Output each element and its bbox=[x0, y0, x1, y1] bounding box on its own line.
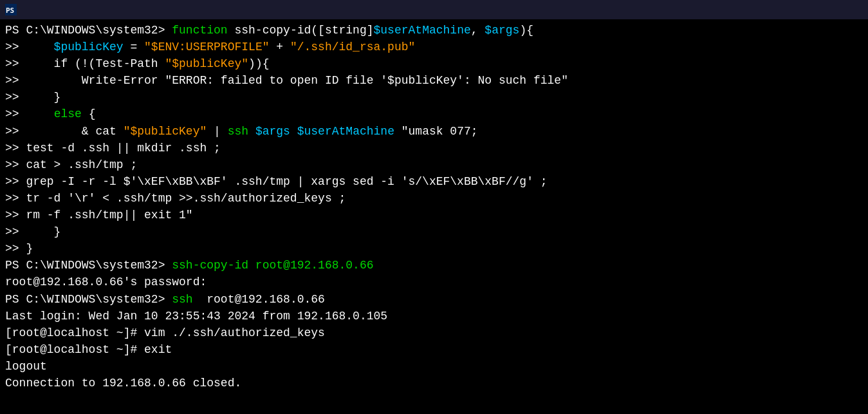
terminal-line-7: >> & cat "$publicKey" | ssh $args $userA… bbox=[5, 123, 863, 140]
svg-text:PS: PS bbox=[6, 6, 14, 15]
terminal[interactable]: PS C:\WINDOWS\system32> function ssh-cop… bbox=[0, 19, 868, 414]
terminal-line-20: [root@localhost ~]# exit bbox=[5, 341, 863, 358]
terminal-line-3: >> if (!(Test-Path "$publicKey")){ bbox=[5, 55, 863, 72]
terminal-line-21: logout bbox=[5, 358, 863, 375]
powershell-icon: PS bbox=[5, 4, 17, 15]
terminal-line-8: >> test -d .ssh || mkdir .ssh ; bbox=[5, 140, 863, 156]
titlebar: PS bbox=[0, 0, 868, 19]
terminal-line-15: PS C:\WINDOWS\system32> ssh-copy-id root… bbox=[5, 257, 863, 274]
terminal-line-5: >> } bbox=[5, 89, 863, 106]
terminal-line-6: >> else { bbox=[5, 106, 863, 122]
terminal-line-18: Last login: Wed Jan 10 23:55:43 2024 fro… bbox=[5, 308, 863, 325]
terminal-line-14: >> } bbox=[5, 240, 863, 257]
terminal-line-2: >> $publicKey = "$ENV:USERPROFILE" + "/.… bbox=[5, 39, 863, 55]
terminal-line-19: [root@localhost ~]# vim ./.ssh/authorize… bbox=[5, 325, 863, 341]
terminal-line-22: Connection to 192.168.0.66 closed. bbox=[5, 375, 863, 391]
terminal-line-17: PS C:\WINDOWS\system32> ssh root@192.168… bbox=[5, 291, 863, 308]
terminal-line-1: PS C:\WINDOWS\system32> function ssh-cop… bbox=[5, 22, 863, 39]
terminal-line-12: >> rm -f .ssh/tmp|| exit 1" bbox=[5, 207, 863, 223]
terminal-line-10: >> grep -I -r -l $'\xEF\xBB\xBF' .ssh/tm… bbox=[5, 173, 863, 190]
terminal-line-9: >> cat > .ssh/tmp ; bbox=[5, 156, 863, 173]
terminal-line-13: >> } bbox=[5, 223, 863, 240]
terminal-line-4: >> Write-Error "ERROR: failed to open ID… bbox=[5, 72, 863, 89]
terminal-line-11: >> tr -d '\r' < .ssh/tmp >>.ssh/authoriz… bbox=[5, 190, 863, 207]
terminal-line-16: root@192.168.0.66's password: bbox=[5, 274, 863, 290]
